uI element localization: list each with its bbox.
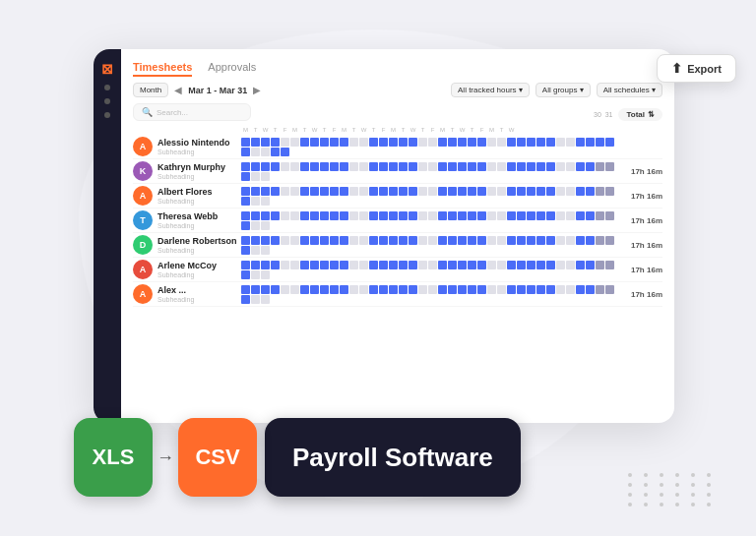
time-cell (330, 138, 339, 147)
table-row: A Albert Flores Subheading 17h 16m (133, 184, 662, 208)
time-cell (487, 285, 496, 294)
time-cell (438, 187, 447, 196)
time-cell (428, 211, 437, 220)
time-grid (241, 236, 623, 255)
timesheet-card: ⊠ Timesheets Approvals Month ◀ Mar 1 - M… (94, 49, 674, 423)
time-cell (566, 138, 575, 147)
time-cell (458, 138, 467, 147)
time-cell (596, 236, 604, 245)
export-label: Export (687, 63, 722, 75)
time-cell (566, 236, 575, 245)
time-cell (438, 138, 447, 147)
day-T: T (300, 127, 309, 133)
time-cell (596, 138, 604, 147)
time-cell (320, 187, 329, 196)
time-cell (527, 236, 536, 245)
time-cell (409, 138, 417, 147)
day-M: M (487, 127, 496, 133)
time-cell (379, 162, 388, 171)
time-cell (468, 261, 476, 269)
time-cell (418, 236, 427, 245)
time-cell (418, 211, 427, 220)
time-cell (251, 148, 260, 156)
employee-info: Alex ... Subheading (158, 285, 241, 303)
time-cell (281, 187, 289, 196)
time-cell (428, 261, 437, 269)
search-bar[interactable]: 🔍 Search... (133, 103, 251, 121)
time-cell (349, 162, 358, 171)
time-cell (477, 236, 486, 245)
time-cell (300, 187, 309, 196)
xls-badge[interactable]: XLS (74, 418, 153, 497)
time-cell (556, 138, 565, 147)
time-cell (389, 187, 398, 196)
time-cell (418, 162, 427, 171)
time-cell (261, 221, 270, 230)
time-cell (251, 221, 260, 230)
time-cell (477, 261, 486, 269)
time-cell (261, 162, 270, 171)
time-cell (458, 162, 467, 171)
time-cell (300, 138, 309, 147)
time-cell (241, 236, 250, 245)
time-cell (497, 236, 506, 245)
search-placeholder: Search... (157, 108, 188, 117)
time-cell (281, 236, 289, 245)
prev-period-button[interactable]: ◀ (174, 85, 182, 95)
tabs-bar: Timesheets Approvals (133, 61, 662, 77)
export-button[interactable]: ⬆ Export (657, 54, 736, 83)
time-cell (369, 285, 378, 294)
total-hours: 17h 16m (623, 167, 662, 176)
time-cell (546, 138, 555, 147)
time-cell (261, 211, 270, 220)
time-cell (340, 261, 348, 269)
time-cell (320, 162, 329, 171)
time-cell (310, 285, 319, 294)
time-cell (428, 138, 437, 147)
period-type-select[interactable]: Month (133, 83, 168, 97)
time-cell (261, 246, 270, 255)
time-cell (546, 187, 555, 196)
avatar: A (133, 186, 153, 206)
tab-timesheets[interactable]: Timesheets (133, 61, 192, 77)
time-cell (300, 236, 309, 245)
groups-filter[interactable]: All groups ▾ (536, 83, 591, 97)
day-T: T (251, 127, 260, 133)
time-cell (379, 138, 388, 147)
time-cell (448, 261, 457, 269)
time-cell (300, 261, 309, 269)
time-cell (586, 211, 595, 220)
time-cell (310, 236, 319, 245)
time-cell (241, 261, 250, 269)
time-cell (261, 172, 270, 181)
time-grid (241, 138, 623, 156)
time-cell (241, 221, 250, 230)
schedules-filter[interactable]: All schedules ▾ (597, 83, 662, 97)
tracked-hours-filter[interactable]: All tracked hours ▾ (451, 83, 530, 97)
time-cell (310, 162, 319, 171)
tab-approvals[interactable]: Approvals (208, 61, 256, 77)
time-cell (448, 162, 457, 171)
time-cell (251, 211, 260, 220)
time-cell (487, 187, 496, 196)
csv-badge[interactable]: CSV (178, 418, 257, 497)
sidebar: ⊠ (94, 49, 121, 423)
time-cell (536, 211, 545, 220)
payroll-software-badge[interactable]: Payroll Software (265, 418, 521, 497)
time-cell (340, 187, 348, 196)
next-period-button[interactable]: ▶ (253, 85, 261, 95)
time-cell (546, 285, 555, 294)
time-cell (340, 138, 348, 147)
time-cell (576, 138, 585, 147)
time-cell (448, 211, 457, 220)
time-cell (399, 211, 408, 220)
time-cell (536, 261, 545, 269)
time-cell (556, 211, 565, 220)
time-cell (251, 295, 260, 304)
time-cell (576, 187, 585, 196)
time-grid (241, 211, 623, 230)
time-cell (468, 236, 476, 245)
employee-sub: Subheading (158, 271, 241, 278)
day-M: M (340, 127, 348, 133)
time-cell (576, 285, 585, 294)
